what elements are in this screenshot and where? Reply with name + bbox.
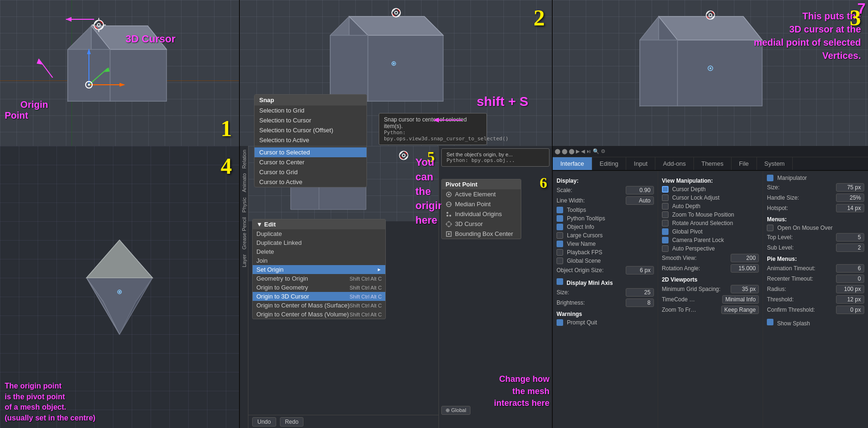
snap-item-1[interactable]: Selection to Cursor (255, 115, 366, 125)
panel-num-1: 1 (221, 115, 232, 141)
scale-value[interactable]: 0.90 (626, 186, 654, 194)
snap-item-3[interactable]: Selection to Active (255, 135, 366, 145)
side-label-layer[interactable]: Layer (241, 252, 247, 269)
set-origin-tooltip-text: Set the object's origin, by e... (446, 152, 544, 157)
edit-item-set-origin[interactable]: Set Origin (253, 265, 385, 274)
cursor-depth-checkbox[interactable] (662, 186, 669, 193)
mini-axis-checkbox[interactable] (557, 278, 563, 285)
anim-timeout-row: Animation Timeout: 6 (767, 264, 864, 273)
top-level-value[interactable]: 5 (836, 233, 864, 242)
edit-item-join[interactable]: Join (253, 256, 385, 265)
edit-item-duplicate[interactable]: Duplicate (253, 229, 385, 238)
mini-axis-size-value[interactable]: 25 (626, 288, 654, 297)
tab-themes[interactable]: Themes (694, 157, 732, 170)
undo-button[interactable]: Undo (252, 417, 276, 427)
large-cursors-checkbox[interactable] (557, 232, 563, 239)
snap-item-0[interactable]: Selection to Grid (255, 105, 366, 115)
snap-item-2[interactable]: Selection to Cursor (Offset) (255, 125, 366, 135)
prompt-quit-checkbox[interactable] (557, 319, 563, 326)
auto-depth-row: Auto Depth (662, 203, 759, 210)
line-width-value[interactable]: Auto (626, 196, 654, 205)
panel-2: 2 Snap Selection to Grid Selection to Cu… (240, 0, 552, 146)
object-info-row: Object Info (557, 224, 654, 230)
confirm-threshold-value[interactable]: 0 px (836, 306, 864, 314)
side-label-relation[interactable]: Relation (241, 148, 247, 170)
edit-item-origin-to-center-volume[interactable]: Origin to Center of Mass (Volume)Shift C… (253, 310, 385, 319)
mid-lower: Relation Animato Physic Grease Pencil La… (240, 146, 552, 428)
python-tooltips-label: Python Tooltips (567, 215, 654, 222)
pivot-item-median[interactable]: Median Point (442, 199, 521, 209)
svg-point-30 (119, 291, 120, 293)
rotate-sel-checkbox[interactable] (662, 220, 669, 226)
auto-persp-checkbox[interactable] (662, 245, 669, 252)
anim-timeout-value[interactable]: 6 (836, 264, 864, 273)
snap-item-5[interactable]: Cursor to Center (255, 157, 366, 167)
edit-item-geometry-to-origin[interactable]: Geometry to OriginShift Ctrl Alt C (253, 274, 385, 283)
threshold-value[interactable]: 12 px (836, 295, 864, 304)
svg-marker-28 (87, 240, 152, 278)
show-splash-checkbox[interactable] (767, 319, 773, 325)
mini-axis-brightness-value[interactable]: 8 (626, 299, 654, 307)
min-grid-spacing-value[interactable]: 35 px (731, 285, 759, 293)
smooth-view-value[interactable]: 200 (731, 254, 759, 262)
object-info-checkbox[interactable] (557, 224, 563, 230)
settings-panel: ⬤ ⬤ ⬤ ▶ ◀ ⏯ 🔍 ⚙ Interface Editing Input … (553, 146, 868, 428)
recenter-timeout-value[interactable]: 0 (836, 275, 864, 283)
timecode-value[interactable]: Minimal Info (722, 295, 759, 304)
mid-column: 2 Snap Selection to Grid Selection to Cu… (240, 0, 553, 428)
tab-input[interactable]: Input (626, 157, 655, 170)
edit-item-duplicate-linked[interactable]: Duplicate Linked (253, 238, 385, 247)
hotspot-value[interactable]: 14 px (836, 204, 864, 212)
global-btn[interactable]: ⊕ Global (441, 406, 470, 415)
display-header: Display: (557, 178, 654, 184)
open-mouse-checkbox[interactable] (767, 225, 773, 231)
manip-size-value[interactable]: 75 px (836, 183, 864, 192)
playback-fps-checkbox[interactable] (557, 249, 563, 256)
edit-item-delete[interactable]: Delete (253, 247, 385, 256)
tab-editing[interactable]: Editing (592, 157, 627, 170)
panel-3-annotation: This puts the 3D cursor at the medial po… (754, 9, 861, 62)
side-label-grease[interactable]: Grease Pencil (241, 215, 247, 251)
manipulator-checkbox[interactable] (767, 175, 773, 181)
edit-item-origin-to-geometry[interactable]: Origin to GeometryShift Ctrl Alt C (253, 283, 385, 292)
snap-item-6[interactable]: Cursor to Grid (255, 167, 366, 177)
tooltip-python: Python: bpy.ops.view3d.snap_cursor_to_se… (384, 129, 482, 142)
tab-addons[interactable]: Add-ons (655, 157, 693, 170)
zoom-mouse-checkbox[interactable] (662, 211, 669, 218)
snap-item-4-cursor-to-selected[interactable]: Cursor to Selected (255, 147, 366, 157)
object-origin-size-value[interactable]: 6 px (626, 266, 654, 275)
svg-point-39 (392, 8, 400, 17)
side-label-physic[interactable]: Physic (241, 195, 247, 214)
panel-6-annotation: Change how the mesh interacts here (494, 373, 549, 409)
view-name-checkbox[interactable] (557, 241, 563, 247)
global-pivot-checkbox[interactable] (662, 228, 669, 235)
pivot-item-3d-cursor[interactable]: 3D Cursor (442, 219, 521, 229)
radius-value[interactable]: 100 px (836, 285, 864, 293)
side-label-animato[interactable]: Animato (241, 171, 247, 194)
cursor-lock-checkbox[interactable] (662, 194, 669, 201)
pivot-item-bounding-box[interactable]: Bounding Box Center (442, 229, 521, 239)
rotation-angle-value[interactable]: 15.000 (731, 264, 759, 273)
panel-5-area: 5 ▼ Edit Duplicate Duplicate Linked Dele… (248, 146, 439, 428)
python-tooltips-checkbox[interactable] (557, 215, 563, 222)
edit-item-origin-to-3d-cursor[interactable]: Origin to 3D CursorShift Ctrl Alt C (253, 292, 385, 301)
tab-system[interactable]: System (757, 157, 793, 170)
auto-depth-checkbox[interactable] (662, 203, 669, 210)
global-scene-checkbox[interactable] (557, 258, 563, 264)
snap-item-7[interactable]: Cursor to Active (255, 177, 366, 187)
sub-level-value[interactable]: 2 (836, 243, 864, 252)
radius-row: Radius: 100 px (767, 285, 864, 293)
handle-size-value[interactable]: 25% (836, 194, 864, 202)
svg-point-69 (706, 11, 715, 19)
zoom-frame-value[interactable]: Keep Range (721, 306, 759, 314)
redo-button[interactable]: Redo (280, 417, 304, 427)
active-element-icon (446, 191, 452, 198)
edit-item-origin-to-center-surface[interactable]: Origin to Center of Mass (Surface)Shift … (253, 301, 385, 310)
pivot-item-individual[interactable]: Individual Origins (442, 209, 521, 219)
tab-interface[interactable]: Interface (553, 157, 592, 170)
tooltips-checkbox[interactable] (557, 207, 563, 213)
pivot-item-active[interactable]: Active Element (442, 189, 521, 199)
camera-parent-checkbox[interactable] (662, 237, 669, 243)
tooltips-row: Tooltips (557, 207, 654, 213)
tab-file[interactable]: File (732, 157, 757, 170)
